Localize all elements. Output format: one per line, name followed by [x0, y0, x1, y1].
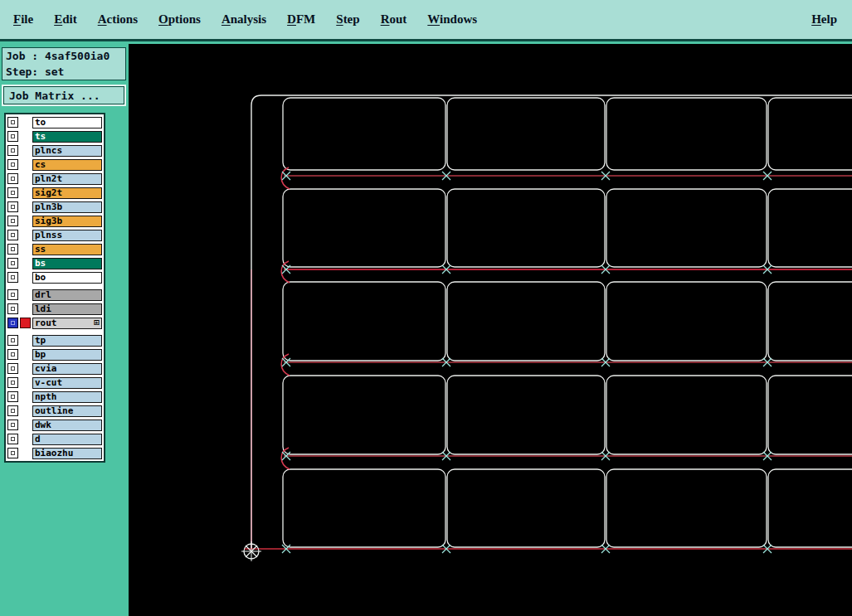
layer-row-ts: ts	[7, 130, 102, 143]
layer-list: totsplncscspln2tsig2tpln3bsig3bplnssssbs…	[4, 113, 105, 463]
layer-checkbox-cvia[interactable]	[7, 363, 18, 374]
layer-checkbox-cs[interactable]	[7, 159, 18, 170]
layer-chip-slot-pln2t	[20, 173, 31, 184]
layer-row-npth: npth	[7, 390, 102, 403]
checkbox-indicator-icon	[11, 423, 15, 427]
layer-checkbox-bs[interactable]	[7, 258, 18, 269]
menu-item-dfm[interactable]: DFM	[287, 12, 315, 27]
layer-row-bp: bp	[7, 348, 102, 361]
layer-label-sig2t[interactable]: sig2t	[32, 187, 102, 199]
layer-checkbox-ldi[interactable]	[7, 303, 18, 314]
sub-panel-outlines	[283, 98, 852, 547]
layer-chip-slot-bp	[20, 349, 31, 360]
checkbox-indicator-icon	[11, 261, 15, 265]
layer-label-cvia[interactable]: cvia	[32, 363, 102, 375]
layer-label-v-cut[interactable]: v-cut	[32, 377, 102, 389]
layer-label-outline[interactable]: outline	[32, 405, 102, 417]
cad-canvas[interactable]	[129, 44, 852, 616]
layer-label-pln2t[interactable]: pln2t	[32, 173, 102, 185]
layer-row-bs: bs	[7, 257, 102, 269]
layer-checkbox-d[interactable]	[7, 434, 18, 444]
datum-registration-mark	[241, 541, 261, 561]
layer-chip-slot-sig2t	[20, 187, 31, 198]
menu-item-actions[interactable]: Actions	[98, 12, 138, 27]
layer-checkbox-tp[interactable]	[7, 335, 18, 346]
layer-checkbox-sig2t[interactable]	[7, 187, 18, 198]
layer-chip-slot-dwk	[20, 420, 31, 430]
layer-chip-slot-cvia	[20, 363, 31, 374]
layer-checkbox-drl[interactable]	[7, 289, 18, 300]
layer-label-bs[interactable]: bs	[32, 258, 102, 269]
layer-chip-slot-pln3b	[20, 201, 31, 212]
layer-chip-slot-d	[20, 434, 31, 444]
layer-label-to[interactable]: to	[32, 117, 102, 129]
checkbox-indicator-icon	[11, 451, 15, 455]
layer-label-drl[interactable]: drl	[32, 289, 102, 301]
layer-checkbox-ts[interactable]	[7, 131, 18, 142]
layer-chip-slot-ldi	[20, 303, 31, 314]
panel-outer-frame	[251, 95, 852, 549]
layer-checkbox-bp[interactable]	[7, 349, 18, 360]
layer-label-bo[interactable]: bo	[32, 272, 102, 284]
checkbox-indicator-icon	[11, 275, 15, 279]
layer-chip-slot-to	[20, 117, 31, 128]
checkbox-indicator-icon	[11, 205, 15, 209]
menu-item-rout[interactable]: Rout	[381, 12, 407, 27]
layer-label-ss[interactable]: ss	[32, 244, 102, 255]
layer-color-chip-rout	[20, 318, 31, 328]
layer-checkbox-rout[interactable]	[7, 318, 18, 328]
layer-row-d: d	[7, 433, 102, 445]
layer-checkbox-plnss[interactable]	[7, 230, 18, 240]
menu-bar: FileEditActionsOptionsAnalysisDFMStepRou…	[0, 0, 852, 41]
job-matrix-button[interactable]: Job Matrix ...	[3, 86, 124, 104]
layer-row-biaozhu: biaozhu	[7, 447, 102, 459]
layer-group-2: drlldirout⊞	[7, 289, 102, 329]
layer-label-rout[interactable]: rout⊞	[32, 318, 102, 329]
job-name-label: Job : 4saf500ia0	[2, 48, 125, 64]
layer-label-cs[interactable]: cs	[32, 159, 102, 171]
layer-chip-slot-cs	[20, 159, 31, 170]
checkbox-indicator-icon	[11, 437, 15, 441]
layer-label-ts[interactable]: ts	[32, 131, 102, 143]
application-window: FileEditActionsOptionsAnalysisDFMStepRou…	[0, 0, 852, 41]
layer-label-ldi[interactable]: ldi	[32, 303, 102, 315]
layer-checkbox-outline[interactable]	[7, 405, 18, 416]
layer-label-dwk[interactable]: dwk	[32, 420, 102, 431]
layer-checkbox-pln2t[interactable]	[7, 173, 18, 184]
checkbox-indicator-icon	[11, 321, 15, 325]
menu-item-options[interactable]: Options	[158, 12, 201, 27]
menu-item-file[interactable]: File	[13, 12, 33, 27]
layer-checkbox-plncs[interactable]	[7, 145, 18, 156]
layer-checkbox-biaozhu[interactable]	[7, 448, 18, 458]
layer-chip-slot-plncs	[20, 145, 31, 156]
layer-checkbox-v-cut[interactable]	[7, 377, 18, 388]
menu-item-step[interactable]: Step	[336, 12, 359, 27]
layer-chip-slot-biaozhu	[20, 448, 31, 458]
layer-checkbox-to[interactable]	[7, 117, 18, 128]
layer-label-d[interactable]: d	[32, 434, 102, 445]
checkbox-indicator-icon	[11, 233, 15, 237]
layer-chip-slot-drl	[20, 289, 31, 300]
checkbox-indicator-icon	[11, 352, 15, 357]
layer-checkbox-sig3b[interactable]	[7, 216, 18, 226]
menu-item-windows[interactable]: Windows	[427, 12, 477, 27]
layer-label-pln3b[interactable]: pln3b	[32, 201, 102, 213]
menu-item-help[interactable]: Help	[811, 12, 837, 27]
layer-label-sig3b[interactable]: sig3b	[32, 216, 102, 227]
layer-label-plncs[interactable]: plncs	[32, 145, 102, 157]
layer-checkbox-npth[interactable]	[7, 391, 18, 402]
layer-checkbox-dwk[interactable]	[7, 420, 18, 430]
layer-label-bp[interactable]: bp	[32, 349, 102, 361]
layer-chip-slot-bs	[20, 258, 31, 269]
layer-label-tp[interactable]: tp	[32, 335, 102, 347]
menu-item-edit[interactable]: Edit	[54, 12, 77, 27]
layer-checkbox-ss[interactable]	[7, 244, 18, 255]
menu-item-analysis[interactable]: Analysis	[222, 12, 266, 27]
layer-chip-slot-outline	[20, 405, 31, 416]
layer-label-plnss[interactable]: plnss	[32, 230, 102, 241]
layer-checkbox-pln3b[interactable]	[7, 201, 18, 212]
layer-label-biaozhu[interactable]: biaozhu	[32, 448, 102, 459]
layer-checkbox-bo[interactable]	[7, 272, 18, 283]
layer-chip-slot-sig3b	[20, 216, 31, 226]
layer-label-npth[interactable]: npth	[32, 391, 102, 403]
